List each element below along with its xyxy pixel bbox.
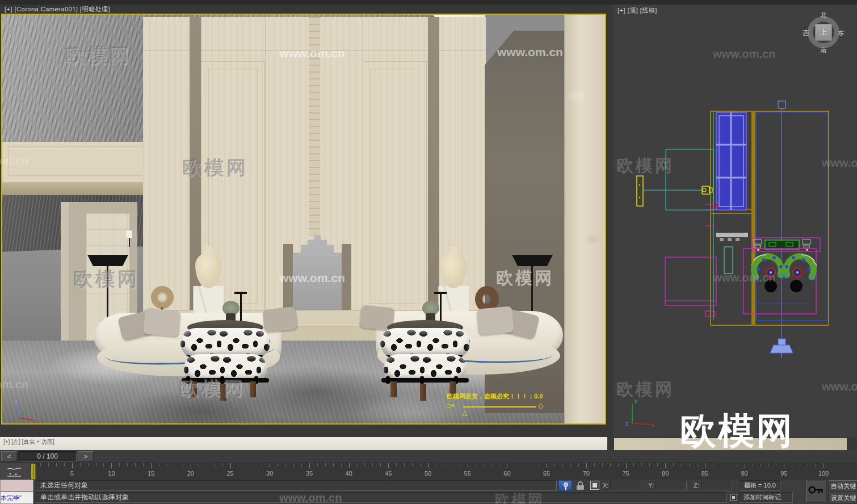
- viewcube-north[interactable]: 北: [820, 11, 827, 19]
- timeline-tick-label: 85: [699, 470, 711, 477]
- timeline-tick: [88, 463, 89, 467]
- timeline-tick: [412, 463, 413, 467]
- floor-lamp-left-shade[interactable]: [87, 255, 128, 266]
- timeline-tick: [578, 463, 579, 467]
- timeline-tick: [325, 463, 326, 467]
- timeline-tick: [364, 463, 365, 467]
- timeline-tick: [705, 463, 705, 468]
- viewport-top[interactable]: [+] [顶] [线框]: [613, 5, 857, 437]
- grid-size-display: 栅格 = 10.0: [740, 480, 780, 491]
- prompt-line: 单击或单击并拖动以选择对象: [36, 492, 727, 503]
- timeline-tick: [143, 463, 144, 467]
- floor-lamp-right-shade[interactable]: [512, 255, 553, 266]
- maxscript-mini-listener[interactable]: [0, 480, 33, 492]
- selection-lock-body[interactable]: [577, 485, 584, 490]
- timeline-tick: [40, 463, 41, 467]
- viewport-camera-canvas[interactable]: 欧模网悬赏，盗模必究！！！：0.0 □+ ◇ △ z x y: [1, 14, 606, 425]
- timeline-tick: [167, 463, 167, 467]
- timeline-tick: [610, 463, 611, 467]
- timeline-tick: [768, 463, 768, 467]
- prev-frame-button[interactable]: <: [1, 451, 17, 461]
- timeline-tick: [491, 463, 492, 467]
- timeline-tick: [452, 463, 452, 467]
- timeline-tick: [681, 463, 682, 467]
- timeline-tick: [729, 463, 729, 467]
- timeline-tick: [135, 463, 136, 467]
- timeline-tick: [649, 463, 650, 467]
- scene-annotation-text: 欧模网悬赏，盗模必究！！！：0.0: [447, 392, 543, 401]
- timeline-tick: [96, 463, 96, 467]
- foreground-column[interactable]: [564, 15, 605, 423]
- isolate-icon-stem: [565, 487, 566, 490]
- timeline-row: 0510152025303540455055606570758085909510…: [0, 463, 857, 480]
- auto-key-button[interactable]: 自动关键: [828, 480, 857, 492]
- timeline-tick: [824, 463, 824, 468]
- x-coord-field[interactable]: [610, 481, 641, 490]
- pillow[interactable]: [143, 308, 180, 337]
- timeline-tick: [633, 463, 634, 467]
- timeline-tick-label: 45: [383, 470, 394, 477]
- time-slider[interactable]: [31, 464, 36, 480]
- artdeco-ornament-column: [309, 17, 320, 236]
- timeline-tick-label: 10: [106, 470, 117, 477]
- timeline-tick: [199, 463, 199, 467]
- timeline-tick: [436, 463, 436, 467]
- timeline-tick: [562, 463, 563, 467]
- viewport-left-partial[interactable]: [+] [左] [真实 + 边面]: [0, 437, 607, 450]
- y-coord-field[interactable]: [656, 481, 687, 490]
- timeline-tick-label: 15: [145, 470, 157, 477]
- viewport-camera-label[interactable]: [+] [Corona Camera001] [明暗处理]: [5, 5, 110, 14]
- z-coord-field[interactable]: [701, 481, 732, 490]
- timeline-tick-label: 65: [541, 470, 552, 477]
- timeline-tick: [285, 463, 286, 467]
- set-key-button[interactable]: 设置关键: [828, 493, 857, 503]
- isolate-selection-button[interactable]: [558, 480, 572, 491]
- timeline-tick: [570, 463, 571, 467]
- timeline-tick: [784, 463, 784, 468]
- current-frame-field[interactable]: 0 / 100: [18, 451, 77, 461]
- render-scene: 欧模网悬赏，盗模必究！！！：0.0 □+ ◇ △ z x y: [2, 15, 605, 423]
- curve-editor-icon: [6, 465, 25, 478]
- viewport-left-label[interactable]: [+] [左] [真实 + 边面]: [3, 438, 54, 446]
- wall-recess-strip: [428, 17, 439, 311]
- timeline-tick-label: 60: [501, 470, 512, 477]
- timeline-tick: [270, 463, 270, 468]
- svg-text:y: y: [635, 398, 637, 404]
- timeline-tick: [309, 463, 310, 468]
- ring-sculpture[interactable]: [151, 286, 174, 309]
- viewcube[interactable]: 上 北 东 南 西: [803, 12, 844, 53]
- viewport-camera[interactable]: [+] [Corona Camera001] [明暗处理]: [1, 5, 607, 425]
- candlestick[interactable]: [440, 293, 442, 322]
- timeline-tick: [594, 463, 595, 467]
- wall-sconce[interactable]: [126, 230, 132, 238]
- svg-text:z: z: [625, 421, 628, 427]
- timeline-tick: [602, 463, 603, 467]
- viewcube-east[interactable]: 东: [837, 29, 845, 37]
- viewcube-south[interactable]: 南: [820, 46, 827, 54]
- ottoman-table-right[interactable]: [377, 292, 473, 400]
- timeline-tick: [468, 463, 468, 468]
- ottoman-table-left[interactable]: [177, 292, 274, 400]
- viewcube-west[interactable]: 西: [802, 29, 810, 37]
- pillow[interactable]: [477, 306, 514, 335]
- add-time-tag-button[interactable]: 添加时间标记: [739, 492, 793, 503]
- top-strip: [0, 0, 857, 5]
- next-frame-button[interactable]: >: [78, 451, 94, 461]
- viewcube-face-top[interactable]: 上: [815, 24, 832, 41]
- timeline-tick-label: 40: [343, 470, 355, 477]
- set-keys-button[interactable]: [806, 481, 826, 502]
- timeline-tick: [317, 463, 318, 467]
- strap-knob: [420, 376, 424, 384]
- y-coord-label: Y:: [648, 482, 654, 489]
- pilaster-right: [363, 61, 427, 311]
- maxscript-listener-line[interactable]: 本完毕": [0, 492, 33, 504]
- timeline-tick-label: 75: [620, 470, 632, 477]
- timeline-ruler[interactable]: 0510152025303540455055606570758085909510…: [31, 463, 857, 480]
- timeline-tick: [103, 463, 104, 467]
- strap-knob: [386, 376, 390, 384]
- candlestick[interactable]: [240, 293, 242, 322]
- wireframe-plan[interactable]: [613, 5, 857, 437]
- mini-curve-editor-button[interactable]: [0, 463, 31, 480]
- timeline-tick: [539, 463, 539, 467]
- svg-text:z: z: [15, 399, 18, 405]
